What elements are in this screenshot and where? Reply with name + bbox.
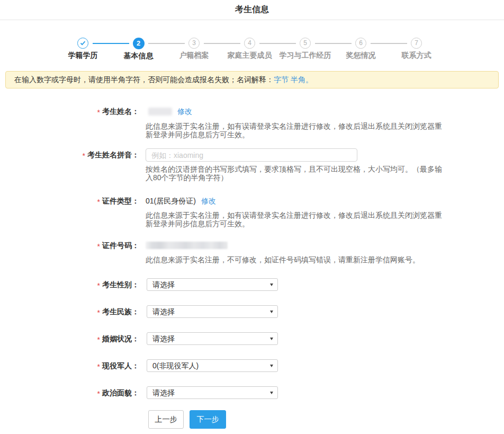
step-number: 4 [244,38,255,49]
required-asterisk: * [97,306,100,319]
step-connector [259,43,296,44]
page-title: 考生信息 [0,0,504,15]
notice-bar: 在输入数字或字母时，请使用半角字符，否则可能会造成报名失败；名词解释：字节 半角… [5,71,499,88]
candidate-name-label: *考生姓名： [0,106,139,117]
step-connector [371,43,407,44]
ethnic-label: *考生民族： [0,305,139,318]
required-asterisk: * [97,279,100,292]
required-asterisk: * [97,360,100,373]
edit-name-link[interactable]: 修改 [177,106,192,117]
gender-select[interactable]: 请选择 [147,278,278,291]
stepper-step-4[interactable]: 4 家庭主要成员 [222,38,277,61]
step-label: 学籍学历 [68,51,98,60]
step-number: 7 [411,38,422,49]
ethnic-select[interactable]: 请选择 [147,305,278,318]
form-buttons: 上一步 下一步 [148,410,504,429]
pinyin-label: *考生姓名拼音： [0,148,139,162]
link-halfwidth[interactable]: 半角 [291,75,305,84]
stepper: 学籍学历 2 基本信息 3 户籍档案 4 家庭主要成员 5 学习与工作经历 6 … [55,38,445,61]
step-connector [204,43,240,44]
military-label: *现役军人： [0,359,139,372]
stepper-step-7[interactable]: 7 联系方式 [389,38,444,61]
step-number: 3 [188,38,200,49]
step-label: 学习与工作经历 [280,51,331,60]
row-marital: *婚姻状况： 请选择 [0,332,504,345]
row-politics: *政治面貌： 请选择 [0,386,504,399]
cert-no-help: 此信息来源于实名注册，不可修改，如证件号码填写错误，请重新注册学信网账号。 [146,255,445,264]
required-asterisk: * [97,107,100,118]
step-number: 6 [355,38,366,49]
candidate-name-help: 此信息来源于实名注册，如有误请登录实名注册进行修改，修改后退出系统且关闭浏览器重… [146,122,445,139]
step-connector [315,43,352,44]
gender-label: *考生性别： [0,278,139,291]
stepper-step-5[interactable]: 5 学习与工作经历 [277,38,333,61]
step-label: 基本信息 [124,51,154,61]
step-number: 2 [133,38,145,49]
check-icon [77,38,88,49]
marital-select[interactable]: 请选择 [147,332,278,345]
notice-text: 在输入数字或字母时，请使用半角字符，否则可能会造成报名失败；名词解释： [14,75,274,84]
required-asterisk: * [97,387,100,400]
stepper-step-6[interactable]: 6 奖惩情况 [333,38,389,61]
notice-suffix: 。 [305,75,313,84]
link-byte[interactable]: 字节 [274,75,289,84]
redacted-name [148,108,172,116]
step-number: 5 [300,38,311,49]
step-label: 家庭主要成员 [228,51,272,60]
row-cert-no: *证件号码： [0,240,504,251]
stepper-step-1[interactable]: 学籍学历 [55,38,111,61]
page-header: 考生信息 [0,0,504,20]
chevron-down-icon [270,338,273,340]
row-gender: *考生性别： 请选择 [0,278,504,291]
cert-type-value: 01(居民身份证)修改 [146,196,216,206]
candidate-info-form: *考生姓名： 修改 此信息来源于实名注册，如有误请登录实名注册进行修改，修改后退… [0,106,504,429]
step-label: 联系方式 [402,51,431,60]
step-label: 奖惩情况 [346,51,376,60]
pinyin-help: 按姓名的汉语拼音的书写形式填写，要求顶格写，且不可出现空格，大小写均可。（最多输… [146,165,445,182]
required-asterisk: * [83,149,85,163]
stepper-step-2[interactable]: 2 基本信息 [111,38,166,61]
step-connector [93,43,129,44]
cert-type-label: *证件类型： [0,196,139,206]
marital-label: *婚姻状况： [0,332,139,345]
prev-step-button[interactable]: 上一步 [148,410,184,429]
next-step-button[interactable]: 下一步 [190,410,226,429]
chevron-down-icon [270,311,273,313]
cert-no-label: *证件号码： [0,240,139,251]
required-asterisk: * [97,241,100,252]
chevron-down-icon [270,284,273,286]
cert-type-help: 此信息来源于实名注册，如有误请登录实名注册进行修改，修改后退出系统且关闭浏览器重… [146,211,445,228]
row-candidate-name: *考生姓名： 修改 [0,106,504,117]
chevron-down-icon [270,365,273,367]
row-pinyin: *考生姓名拼音： [0,148,504,162]
step-label: 户籍档案 [179,51,209,60]
row-cert-type: *证件类型： 01(居民身份证)修改 [0,196,504,206]
edit-cert-type-link[interactable]: 修改 [201,196,216,206]
redacted-cert-no [146,242,228,249]
military-select[interactable]: 0(非现役军人) [147,359,278,372]
row-ethnic: *考生民族： 请选择 [0,305,504,318]
politics-select[interactable]: 请选择 [147,386,278,399]
step-connector [148,43,185,44]
cert-no-value [146,240,228,251]
stepper-step-3[interactable]: 3 户籍档案 [166,38,222,61]
row-military: *现役军人： 0(非现役军人) [0,359,504,372]
candidate-name-value: 修改 [146,106,192,117]
required-asterisk: * [97,197,100,207]
pinyin-input[interactable] [146,148,357,162]
politics-label: *政治面貌： [0,386,139,399]
required-asterisk: * [97,333,100,346]
chevron-down-icon [270,392,273,394]
